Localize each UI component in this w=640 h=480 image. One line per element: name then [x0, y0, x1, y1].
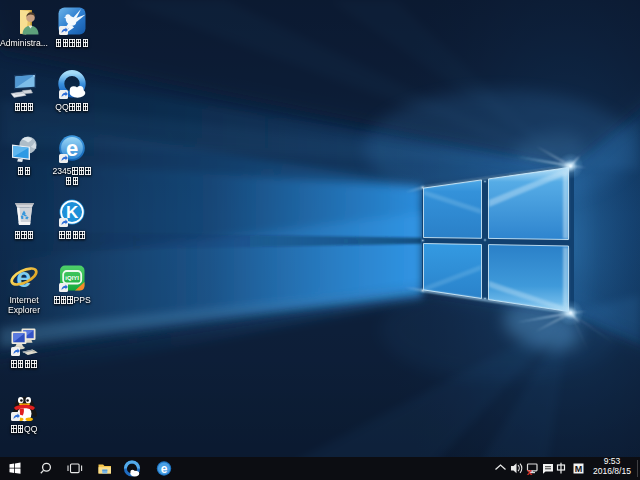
svg-text:iQIYI: iQIYI — [65, 275, 79, 281]
svg-text:K: K — [66, 203, 79, 222]
svg-text:x: x — [527, 466, 533, 477]
svg-text:e: e — [161, 462, 168, 476]
svg-text:M: M — [575, 464, 583, 474]
